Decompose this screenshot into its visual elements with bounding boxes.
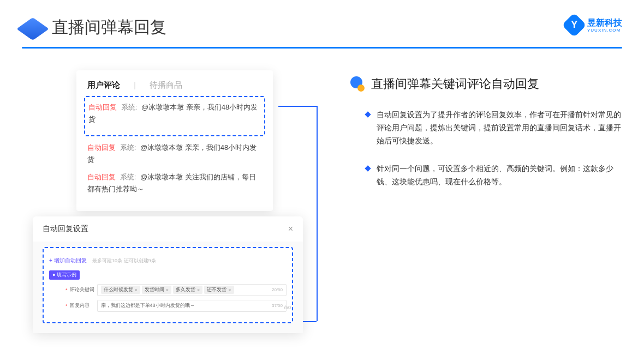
bullet-item: 自动回复设置为了提升作者的评论回复效率，作者可在开播前针对常见的评论用户问题，提…	[349, 108, 622, 147]
connector-line	[278, 106, 317, 107]
extra-counter: /50	[284, 305, 291, 310]
ex-content-input[interactable]: 亲，我们这边都是下单48小时内发货的哦～ 37/50	[97, 300, 287, 312]
add-auto-reply-link[interactable]: + 增加自动回复	[49, 257, 87, 264]
comment-card: 用户评论 | 待播商品 自动回复 系统: @冰墩墩本墩 亲亲，我们48小时内发货…	[76, 70, 273, 211]
diamond-icon	[365, 166, 371, 172]
page-header: 直播间弹幕回复 昱新科技 YUUXIN.COM	[0, 0, 644, 39]
ex-content-label: 回复内容	[70, 302, 97, 309]
tag-chip[interactable]: 多久发货×	[173, 286, 202, 294]
ex-keyword-input[interactable]: 什么时候发货× 发货时间× 多久发货× 还不发货× 20/50	[97, 284, 287, 296]
connector-line	[317, 106, 318, 321]
cube-icon	[22, 17, 44, 39]
modal-title: 自动回复设置	[43, 224, 88, 234]
tab-pending-goods[interactable]: 待播商品	[150, 80, 182, 90]
tag-chip[interactable]: 发货时间×	[142, 286, 171, 294]
brand-icon	[562, 13, 586, 37]
bullet-item: 针对同一个问题，可设置多个相近的、高频的关键词。例如：这款多少钱、这块能优惠吗、…	[349, 162, 622, 189]
brand-domain: YUUXIN.COM	[587, 28, 622, 33]
chat-bubble-icon	[349, 76, 365, 92]
close-icon[interactable]: ×	[288, 224, 293, 234]
tab-user-comments[interactable]: 用户评论	[87, 80, 120, 90]
add-hint: 最多可建10条 还可以创建9条	[92, 258, 156, 263]
auto-reply-settings-modal: 自动回复设置 × ⋮⋮ 1 * 评论关键词 对同一个问题，可设置多个相近、高频的…	[33, 216, 303, 333]
example-box: + 增加自动回复 最多可建10条 还可以创建9条 ● 填写示例 * 评论关键词 …	[43, 247, 293, 323]
example-badge: ● 填写示例	[49, 270, 80, 280]
comment-row: 自动回复 系统: @冰墩墩本墩 亲亲，我们48小时内发货	[87, 142, 262, 166]
ex-keyword-label: 评论关键词	[70, 286, 97, 293]
highlighted-comment: 自动回复 系统: @冰墩墩本墩 亲亲，我们48小时内发货	[84, 96, 265, 136]
section-title: 直播间弹幕关键词评论自动回复	[371, 76, 539, 92]
tag-chip[interactable]: 什么时候发货×	[101, 286, 140, 294]
brand-logo: 昱新科技 YUUXIN.COM	[565, 16, 622, 34]
diamond-icon	[365, 111, 371, 117]
screenshot-panel: 用户评论 | 待播商品 自动回复 系统: @冰墩墩本墩 亲亲，我们48小时内发货…	[33, 70, 306, 333]
comment-row: 自动回复 系统: @冰墩墩本墩 亲亲，我们48小时内发货	[88, 101, 261, 125]
brand-name: 昱新科技	[587, 18, 622, 27]
tag-chip[interactable]: 还不发货×	[204, 286, 234, 294]
description-panel: 直播间弹幕关键词评论自动回复 自动回复设置为了提升作者的评论回复效率，作者可在开…	[349, 70, 622, 333]
tab-divider: |	[134, 80, 136, 90]
comment-row: 自动回复 系统: @冰墩墩本墩 关注我们的店铺，每日都有热门推荐呦～	[87, 171, 262, 195]
page-title: 直播间弹幕回复	[52, 16, 166, 39]
